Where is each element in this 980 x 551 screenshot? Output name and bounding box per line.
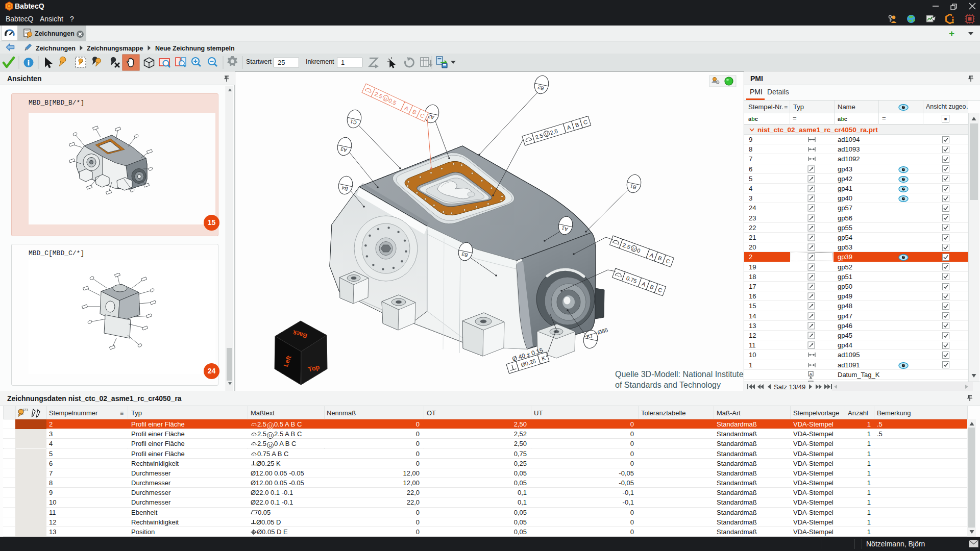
svg-text:123: 123 [22, 408, 28, 412]
svg-text:Quelle 3D-Modell: National Ins: Quelle 3D-Modell: National Institute [615, 370, 744, 379]
svg-text:A: A [810, 371, 813, 376]
svg-text:of Standards and Technology: of Standards and Technology [615, 381, 721, 389]
svg-text:Ø85: Ø85 [597, 327, 608, 336]
